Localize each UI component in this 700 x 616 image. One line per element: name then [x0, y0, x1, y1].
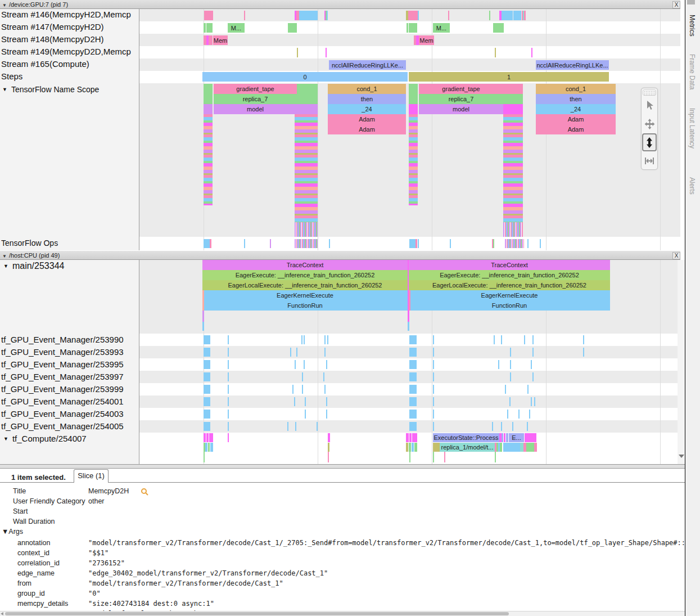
trace-event[interactable]: [532, 372, 534, 381]
trace-event[interactable]: [409, 335, 417, 344]
trace-event[interactable]: model: [214, 104, 297, 114]
trace-event[interactable]: [328, 433, 330, 442]
trace-event[interactable]: [204, 360, 210, 369]
trace-event[interactable]: [503, 104, 523, 114]
trace-event[interactable]: [433, 397, 434, 406]
trace-event[interactable]: [228, 422, 229, 431]
trace-event[interactable]: ncclAllReduceRingLLKe...: [536, 60, 609, 70]
trace-event[interactable]: [202, 311, 204, 322]
trace-event[interactable]: [494, 335, 495, 344]
trace-event[interactable]: [204, 104, 213, 114]
trace-event[interactable]: [297, 48, 298, 57]
track-label-tf-compute[interactable]: ▼tf_Compute/254007: [3, 434, 141, 443]
trace-event[interactable]: [529, 410, 530, 419]
trace-event[interactable]: [489, 11, 490, 20]
trace-event[interactable]: [433, 335, 434, 344]
collapse-arrow-icon[interactable]: ▼: [2, 3, 7, 8]
trace-event[interactable]: EagerExecute: __inference_train_function…: [409, 270, 610, 280]
trace-event[interactable]: [433, 372, 434, 381]
trace-event[interactable]: [324, 335, 326, 344]
trace-event[interactable]: [297, 104, 318, 114]
trace-event[interactable]: [532, 335, 534, 344]
trace-event[interactable]: [294, 397, 295, 406]
trace-event[interactable]: [210, 239, 211, 248]
trace-event[interactable]: gradient_tape: [419, 84, 503, 94]
trace-event[interactable]: [228, 335, 229, 344]
trace-event[interactable]: _24: [328, 104, 406, 114]
trace-event[interactable]: [502, 11, 513, 20]
trace-event[interactable]: [409, 23, 417, 33]
trace-event[interactable]: [433, 422, 434, 431]
trace-event[interactable]: EagerLocalExecute: __inference_train_fun…: [409, 280, 610, 290]
trace-event[interactable]: [204, 335, 210, 344]
trace-event[interactable]: then: [536, 94, 616, 104]
gpu-close-button[interactable]: X: [672, 1, 680, 8]
trace-event[interactable]: [204, 114, 213, 205]
trace-event[interactable]: then: [328, 94, 406, 104]
trace-event[interactable]: [297, 84, 318, 94]
trace-event[interactable]: Adam: [536, 114, 616, 124]
trace-event[interactable]: [414, 443, 417, 452]
trace-event[interactable]: M...: [228, 23, 245, 33]
trace-event[interactable]: [503, 443, 520, 452]
trace-event[interactable]: [304, 335, 305, 344]
trace-event[interactable]: [328, 452, 329, 462]
cpu-close-button[interactable]: X: [672, 252, 680, 259]
trace-event[interactable]: [409, 397, 417, 406]
trace-event[interactable]: [492, 422, 493, 431]
trace-event[interactable]: [295, 114, 318, 222]
trace-event[interactable]: [327, 11, 328, 20]
trace-event[interactable]: ExecutorState::Process: [433, 433, 499, 442]
trace-event[interactable]: [527, 385, 529, 394]
trace-event[interactable]: [433, 348, 434, 357]
trace-event[interactable]: FunctionRun: [202, 300, 408, 311]
trace-event[interactable]: [444, 452, 445, 462]
trace-event[interactable]: replica_7: [214, 94, 297, 104]
trace-event[interactable]: [534, 397, 535, 406]
trace-event[interactable]: [504, 433, 505, 442]
trace-event[interactable]: [228, 433, 229, 442]
trace-event[interactable]: [206, 433, 209, 442]
trace-event[interactable]: [409, 290, 410, 311]
trace-event[interactable]: [295, 422, 296, 431]
trace-event[interactable]: [329, 239, 330, 248]
trace-event[interactable]: [498, 360, 499, 369]
sidebar-tab-frame-data[interactable]: Frame Data: [688, 54, 696, 89]
trace-event[interactable]: [509, 397, 511, 406]
collapse-arrow-icon[interactable]: ▼: [2, 87, 7, 92]
scroll-left-icon[interactable]: [1, 612, 3, 615]
trace-event[interactable]: [204, 11, 213, 20]
trace-event[interactable]: [204, 452, 205, 462]
trace-event[interactable]: [295, 360, 296, 369]
trace-event[interactable]: [228, 372, 229, 381]
trace-event[interactable]: [305, 397, 306, 406]
trace-event[interactable]: [409, 443, 411, 452]
cpu-section-header[interactable]: ▼/host:CPU (pid 49): [0, 251, 680, 260]
trace-event[interactable]: [204, 433, 206, 442]
trace-event[interactable]: [433, 443, 440, 452]
trace-event[interactable]: [409, 348, 417, 357]
trace-event[interactable]: [302, 385, 303, 394]
trace-event[interactable]: cond_1: [536, 84, 616, 94]
trace-event[interactable]: cond_1: [328, 84, 406, 94]
trace-event[interactable]: Adam: [328, 114, 406, 124]
trace-event[interactable]: [503, 94, 523, 104]
trace-event[interactable]: [534, 443, 537, 452]
trace-event[interactable]: [287, 422, 288, 431]
trace-event[interactable]: [202, 322, 204, 331]
trace-event[interactable]: [317, 422, 318, 431]
trace-event[interactable]: gradient_tape: [214, 84, 297, 94]
trace-event[interactable]: [228, 348, 229, 357]
trace-event[interactable]: [493, 239, 494, 248]
horizontal-scrollbar[interactable]: [0, 611, 685, 616]
trace-event[interactable]: [524, 335, 525, 344]
trace-event[interactable]: [524, 11, 526, 20]
trace-event[interactable]: [493, 23, 504, 33]
trace-event[interactable]: M...: [433, 23, 450, 33]
trace-event[interactable]: [409, 239, 416, 248]
trace-event[interactable]: [204, 422, 210, 431]
scrollbar-thumb[interactable]: [5, 612, 509, 615]
trace-event[interactable]: [295, 239, 318, 248]
trace-event[interactable]: [204, 372, 210, 381]
trace-event[interactable]: [204, 348, 210, 357]
